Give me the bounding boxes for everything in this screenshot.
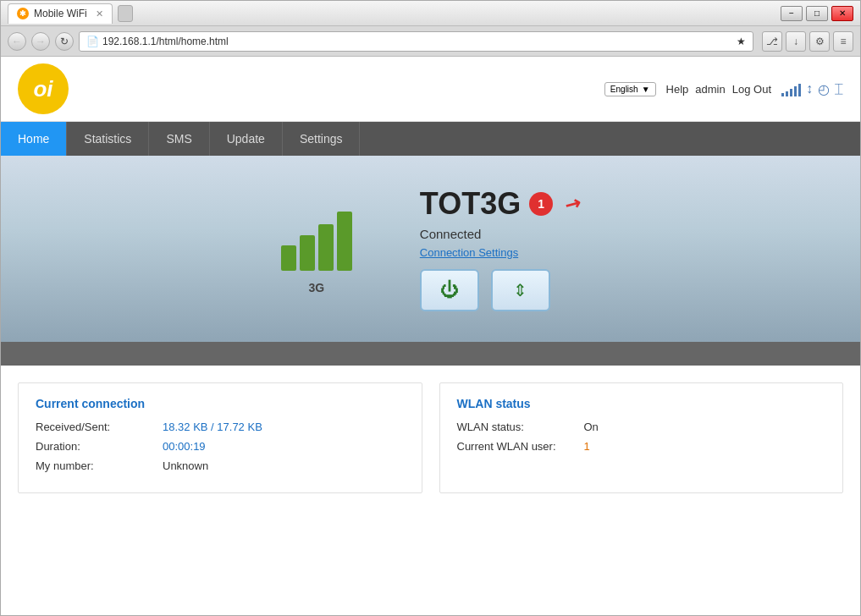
- tab-title: Mobile WiFi: [34, 8, 87, 19]
- connection-buttons: ⏻ ⇕: [420, 269, 580, 311]
- wlan-status-panel: WLAN status WLAN status: On Current WLAN…: [439, 382, 844, 493]
- notification-badge: 1: [529, 192, 553, 216]
- big-signal-bars: [281, 203, 352, 271]
- red-arrow-icon: ↗: [560, 190, 585, 217]
- minimize-button[interactable]: −: [781, 6, 803, 21]
- signal-bar-1: [781, 93, 784, 96]
- settings-icon[interactable]: ⚙: [809, 31, 830, 52]
- battery-icon: ⌶: [835, 81, 843, 96]
- language-label: English: [610, 85, 638, 94]
- received-sent-value: 18.32 KB / 17.72 KB: [163, 421, 262, 433]
- back-button[interactable]: ←: [8, 32, 26, 51]
- extensions-icon[interactable]: ⎇: [762, 31, 782, 52]
- page-area: oi English ▼ Help admin Log Out: [1, 57, 860, 615]
- page-header: oi English ▼ Help admin Log Out: [1, 57, 860, 122]
- address-bar: ← → ↻ 📄 192.168.1.1/html/home.html ★ ⎇ ↓…: [1, 26, 860, 57]
- signal-icons: ↕ ◴ ⌶: [781, 81, 843, 97]
- star-icon[interactable]: ★: [737, 36, 746, 47]
- power-button[interactable]: ⏻: [420, 269, 479, 311]
- connection-settings-link[interactable]: Connection Settings: [420, 246, 580, 259]
- language-selector[interactable]: English ▼: [604, 82, 656, 96]
- reload-button[interactable]: ↻: [55, 32, 74, 51]
- nav-settings-label: Settings: [300, 132, 343, 146]
- duration-label: Duration:: [36, 440, 146, 453]
- nav-home-label: Home: [18, 132, 49, 146]
- signal-bar-4: [794, 86, 797, 96]
- wlan-status-row: WLAN status: On: [457, 421, 826, 433]
- power-icon: ⏻: [440, 279, 459, 301]
- big-bar-3: [318, 224, 334, 271]
- wlan-user-label: Current WLAN user:: [457, 440, 567, 453]
- big-bar-1: [281, 245, 296, 271]
- logout-link[interactable]: Log Out: [732, 83, 771, 96]
- wifi-transfer-icon: ↕: [806, 81, 813, 96]
- nav-sms-label: SMS: [166, 132, 191, 146]
- address-input[interactable]: 📄 192.168.1.1/html/home.html ★: [79, 31, 753, 52]
- download-icon[interactable]: ↓: [786, 31, 806, 52]
- big-bar-2: [300, 235, 315, 271]
- signal-strength: [781, 81, 801, 96]
- duration-row: Duration: 00:00:19: [36, 440, 405, 453]
- maximize-button[interactable]: □: [806, 6, 828, 21]
- my-number-label: My number:: [36, 459, 146, 472]
- help-link[interactable]: Help: [666, 83, 689, 96]
- tab-close-button[interactable]: ✕: [96, 8, 103, 19]
- forward-button[interactable]: →: [31, 32, 50, 51]
- nav-update-label: Update: [227, 132, 265, 146]
- network-name-text: TOT3G: [420, 186, 521, 222]
- signal-display: 3G: [281, 203, 352, 294]
- address-text: 192.168.1.1/html/home.html: [102, 36, 229, 47]
- wlan-status-value: On: [584, 421, 599, 433]
- connection-info: TOT3G 1 ↗ Connected Connection Settings …: [420, 186, 580, 311]
- address-icon: 📄: [86, 36, 99, 47]
- current-connection-title: Current connection: [36, 397, 405, 410]
- info-section: Current connection Received/Sent: 18.32 …: [1, 366, 860, 510]
- my-number-value: Unknown: [163, 459, 208, 472]
- nav-statistics[interactable]: Statistics: [67, 122, 149, 156]
- tab-favicon: ✱: [17, 8, 29, 19]
- wlan-status-label: WLAN status:: [457, 421, 567, 433]
- menu-icon[interactable]: ≡: [833, 31, 853, 52]
- nav-update[interactable]: Update: [210, 122, 283, 156]
- notification-count: 1: [538, 197, 544, 211]
- close-button[interactable]: ✕: [831, 6, 853, 21]
- wlan-status-title: WLAN status: [457, 397, 826, 410]
- dropdown-arrow: ▼: [642, 85, 650, 94]
- received-sent-label: Received/Sent:: [36, 421, 146, 433]
- my-number-row: My number: Unknown: [36, 459, 405, 472]
- wlan-user-row: Current WLAN user: 1: [457, 440, 826, 453]
- top-links: Help admin Log Out: [666, 83, 771, 96]
- current-connection-panel: Current connection Received/Sent: 18.32 …: [18, 382, 422, 493]
- received-sent-row: Received/Sent: 18.32 KB / 17.72 KB: [36, 421, 405, 433]
- big-bar-4: [337, 212, 352, 271]
- main-navigation: Home Statistics SMS Update Settings: [1, 122, 860, 156]
- signal-bar-5: [798, 84, 801, 96]
- nav-settings[interactable]: Settings: [283, 122, 361, 156]
- nav-statistics-label: Statistics: [84, 132, 131, 146]
- network-name-row: TOT3G 1 ↗: [420, 186, 580, 222]
- new-tab-button[interactable]: [118, 5, 133, 22]
- nav-home[interactable]: Home: [1, 122, 67, 156]
- duration-value: 00:00:19: [163, 440, 206, 453]
- transfer-icon: ⇕: [513, 280, 527, 300]
- dark-separator: [1, 342, 860, 366]
- signal-bar-3: [790, 89, 792, 96]
- browser-tab[interactable]: ✱ Mobile WiFi ✕: [8, 3, 113, 24]
- connection-status: Connected: [420, 227, 580, 241]
- title-bar: ✱ Mobile WiFi ✕ − □ ✕: [1, 1, 860, 26]
- computer-icon: ◴: [818, 81, 830, 97]
- hero-banner: 3G TOT3G 1 ↗ Connected Connection Settin…: [1, 156, 860, 342]
- signal-tech-label: 3G: [308, 281, 324, 294]
- logo: oi: [18, 63, 69, 114]
- admin-link[interactable]: admin: [695, 83, 725, 96]
- wlan-user-value: 1: [584, 440, 590, 453]
- nav-sms[interactable]: SMS: [149, 122, 209, 156]
- transfer-button[interactable]: ⇕: [491, 269, 550, 311]
- signal-bar-2: [786, 91, 788, 96]
